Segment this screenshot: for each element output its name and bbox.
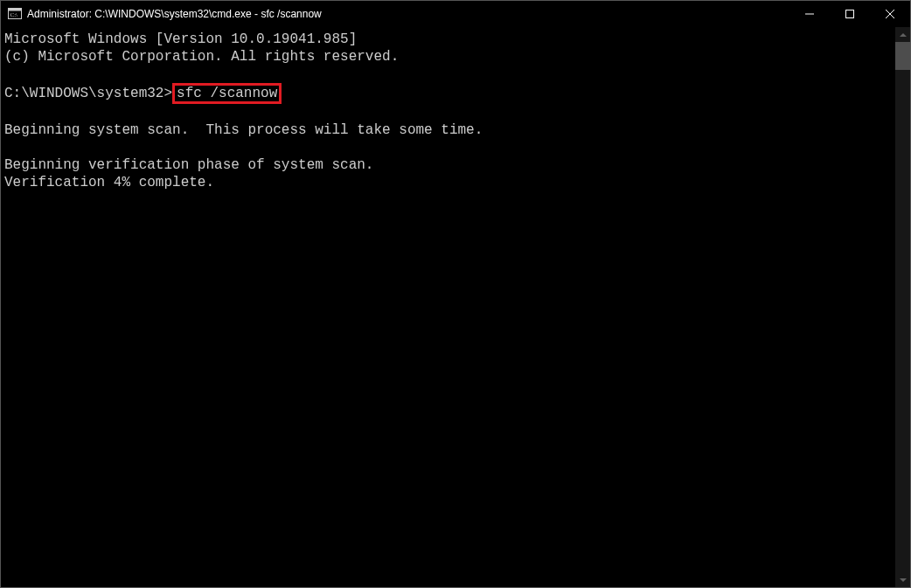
- terminal-output[interactable]: Microsoft Windows [Version 10.0.19041.98…: [1, 27, 895, 587]
- line-begin-scan: Beginning system scan. This process will…: [4, 122, 483, 138]
- line-copyright: (c) Microsoft Corporation. All rights re…: [4, 49, 399, 65]
- minimize-button[interactable]: [789, 1, 830, 27]
- command-highlight: sfc /scannow: [172, 83, 282, 104]
- cmd-icon: C:\: [8, 7, 22, 21]
- scroll-up-arrow-icon[interactable]: [895, 27, 910, 42]
- command-text: sfc /scannow: [177, 86, 277, 101]
- scroll-down-arrow-icon[interactable]: [895, 572, 910, 587]
- window-controls: [789, 1, 910, 27]
- line-version: Microsoft Windows [Version 10.0.19041.98…: [4, 31, 357, 47]
- maximize-button[interactable]: [830, 1, 870, 27]
- cmd-window: C:\ Administrator: C:\WINDOWS\system32\c…: [0, 0, 911, 588]
- scroll-track[interactable]: [895, 42, 910, 572]
- content-wrap: Microsoft Windows [Version 10.0.19041.98…: [1, 27, 910, 587]
- scroll-thumb[interactable]: [895, 42, 910, 70]
- svg-marker-8: [900, 578, 907, 582]
- svg-text:C:\: C:\: [10, 11, 18, 18]
- prompt: C:\WINDOWS\system32>: [4, 86, 172, 101]
- close-button[interactable]: [870, 1, 910, 27]
- line-verify-progress: Verification 4% complete.: [4, 175, 214, 190]
- vertical-scrollbar[interactable]: [895, 27, 910, 587]
- svg-marker-7: [900, 33, 907, 37]
- svg-rect-4: [846, 10, 854, 18]
- titlebar[interactable]: C:\ Administrator: C:\WINDOWS\system32\c…: [1, 1, 910, 27]
- window-title: Administrator: C:\WINDOWS\system32\cmd.e…: [27, 8, 789, 20]
- line-verify-phase: Beginning verification phase of system s…: [4, 157, 373, 173]
